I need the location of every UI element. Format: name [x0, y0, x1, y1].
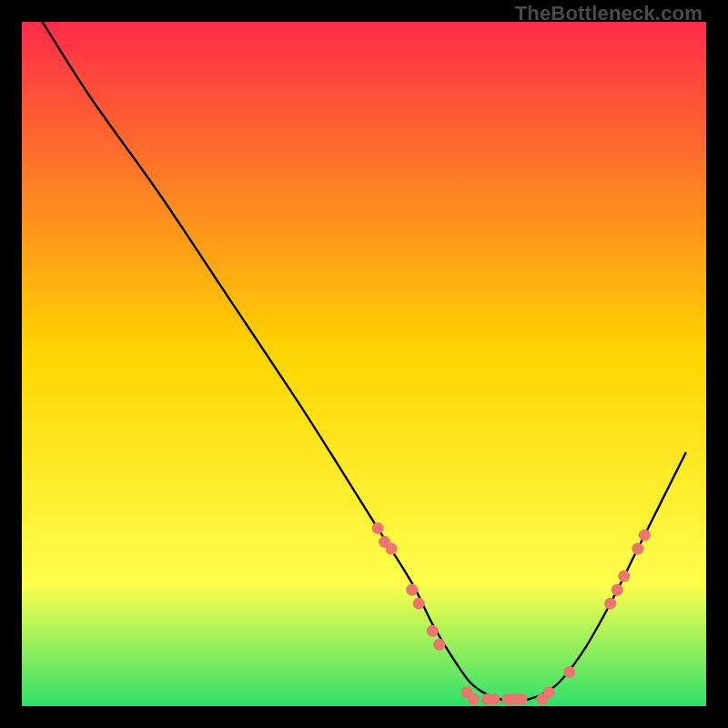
gradient-background [22, 22, 706, 706]
highlight-point [563, 666, 575, 678]
highlight-point [639, 530, 651, 541]
highlight-point [386, 543, 398, 555]
highlight-point [413, 598, 425, 610]
highlight-point [488, 693, 500, 705]
highlight-point [433, 639, 445, 651]
highlight-point [604, 598, 616, 610]
highlight-point [543, 686, 555, 698]
highlight-point [427, 625, 439, 637]
highlight-point [468, 693, 480, 705]
highlight-point [612, 584, 623, 596]
highlight-point [618, 571, 630, 582]
highlight-point [372, 522, 384, 534]
highlight-point [406, 584, 418, 596]
highlight-point [632, 543, 643, 555]
bottleneck-chart [22, 22, 706, 706]
chart-frame [22, 22, 706, 706]
highlight-point [515, 693, 527, 705]
